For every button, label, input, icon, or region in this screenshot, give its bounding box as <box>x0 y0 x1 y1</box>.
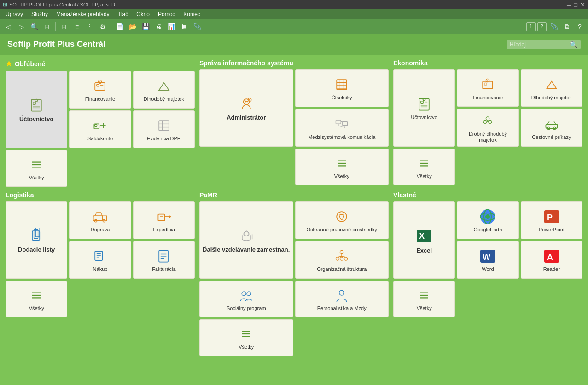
maximize-button[interactable]: □ <box>574 1 577 8</box>
svg-point-94 <box>336 257 339 260</box>
toolbar-btn-list[interactable]: ≡ <box>71 21 82 32</box>
tile-financovanie1[interactable]: € Financovanie <box>69 71 131 109</box>
close-button[interactable]: ✕ <box>580 1 585 8</box>
toolbar-btn-export[interactable]: 📊 <box>166 21 177 32</box>
toolbar-sep-2 <box>111 22 111 31</box>
svg-text:A: A <box>547 253 553 262</box>
menu-sluzby[interactable]: Služby <box>28 10 52 18</box>
tile-powerpoint-label: PowerPoint <box>539 227 565 233</box>
tile-dalvzd[interactable]: Ďalšie vzdelávanie zamestnan. <box>199 201 293 279</box>
svg-point-101 <box>242 292 246 296</box>
reader-icon: A <box>543 248 560 264</box>
toolbar-btn-tree[interactable]: ⋮ <box>84 21 95 32</box>
toolbar-btn-split[interactable]: ⧉ <box>561 21 572 32</box>
tile-socialny[interactable]: Sociálny program <box>199 281 293 317</box>
tile-drobny[interactable]: Drobný dlhodobý majetok <box>457 109 518 147</box>
toolbar-btn-grid[interactable]: ⊞ <box>58 21 70 32</box>
tile-vsetky6[interactable]: Všetky <box>393 281 455 317</box>
toolbar-btn-settings[interactable]: ⚙ <box>97 21 108 32</box>
toolbar-btn-help[interactable]: ? <box>574 21 585 32</box>
toolbar-btn-filter[interactable]: ⊟ <box>41 21 52 32</box>
menu-manazerskeprehľady[interactable]: Manažérske prehľady <box>52 10 113 18</box>
tile-doprava[interactable]: Doprava <box>69 201 131 239</box>
svg-point-59 <box>489 120 492 123</box>
search-icon: 🔍 <box>570 41 577 48</box>
title-bar-left: ⊞ SOFTIP PROFIT plus Centrál / SOFTIP, a… <box>3 1 115 8</box>
section-oblubene-label: Obľúbené <box>15 60 45 68</box>
tile-vsetky3[interactable]: Všetky <box>393 149 455 185</box>
orgstructure-icon <box>333 248 350 264</box>
financing-icon-2: € <box>479 76 496 93</box>
social-icon <box>238 287 255 304</box>
svg-rect-75 <box>158 214 164 221</box>
toolbar-btn-calc[interactable]: 🖩 <box>179 21 190 32</box>
tile-vsetky5[interactable]: Všetky <box>199 319 293 356</box>
svg-marker-11 <box>159 83 169 90</box>
toolbar-btn-clip[interactable]: 📎 <box>192 21 203 32</box>
admin-icon <box>238 96 255 112</box>
tile-nakup[interactable]: Nákup <box>69 241 131 279</box>
menu-upravy[interactable]: Úpravy <box>2 10 27 18</box>
tile-cestovne-label: Cestovné príkazy <box>532 134 571 140</box>
menu-icon-5 <box>238 326 255 342</box>
toolbar-btn-save[interactable]: 💾 <box>140 21 151 32</box>
toolbar-btn-win1[interactable]: 1 <box>526 22 536 31</box>
tile-dlhodoby1[interactable]: Dlhodobý majetok <box>133 71 195 109</box>
section-sprava: Správa informačného systému Administráto… <box>199 59 389 187</box>
tile-fakturacia[interactable]: Fakturácia <box>133 241 195 279</box>
app-icon: ⊞ <box>3 1 7 8</box>
toolbar-btn-search[interactable]: 🔍 <box>29 21 40 32</box>
tile-vsetky2[interactable]: Všetky <box>295 149 389 185</box>
tile-excel[interactable]: X Excel <box>393 201 455 279</box>
tile-vsetky4[interactable]: Všetky <box>6 281 67 317</box>
tile-word[interactable]: W Word <box>457 241 518 279</box>
tile-uctovnictvo2[interactable]: € Účtovníctvo <box>393 69 455 147</box>
tile-personalistika[interactable]: Personalistika a Mzdy <box>295 281 389 317</box>
svg-rect-46 <box>421 101 423 103</box>
tile-medzisystemova[interactable]: Medzisystémová komunikácia <box>295 109 389 147</box>
tile-reader-label: Reader <box>543 266 560 272</box>
tile-evidencia-dph-label: Evidencia DPH <box>147 136 181 142</box>
toolbar-btn-2[interactable]: ▷ <box>16 21 27 32</box>
tile-googleearth[interactable]: GoogleEarth <box>457 201 518 239</box>
search-input[interactable] <box>510 41 570 48</box>
toolbar-btn-new[interactable]: 📄 <box>114 21 125 32</box>
minimize-button[interactable]: ─ <box>567 1 571 8</box>
title-bar-controls[interactable]: ─ □ ✕ <box>567 1 585 8</box>
menu-icon-3 <box>416 155 432 172</box>
tile-powerpoint[interactable]: P PowerPoint <box>521 201 582 239</box>
svg-text:X: X <box>419 231 425 241</box>
toolbar-btn-print[interactable]: 🖨 <box>153 21 164 32</box>
toolbar-btn-open[interactable]: 📂 <box>127 21 138 32</box>
tile-ciselniky[interactable]: Číselníky <box>295 69 389 107</box>
section-vlastne: Vlastné X Excel <box>393 191 582 356</box>
tile-admin-label: Administrátor <box>227 114 266 121</box>
tile-financovanie2[interactable]: € Financovanie <box>457 69 518 107</box>
tile-fakturacia-label: Fakturácia <box>152 266 175 272</box>
tile-organizacna[interactable]: Organizačná štruktúra <box>295 241 389 279</box>
tile-saldokonto[interactable]: Saldokonto <box>69 110 131 148</box>
tile-dodacie[interactable]: Dodacie listy <box>6 201 67 279</box>
tile-admin[interactable]: Administrátor <box>199 69 293 147</box>
search-box[interactable]: 🔍 <box>507 40 581 49</box>
tile-uctovnictvo[interactable]: Účtovníctvo <box>6 71 67 148</box>
app-title: Softip Profit Plus Centrál <box>7 40 105 49</box>
tile-expediacia[interactable]: Expedícia <box>133 201 195 239</box>
toolbar-btn-1[interactable]: ◁ <box>3 21 14 32</box>
menu-okno[interactable]: Okno <box>133 10 153 18</box>
menu-tlac[interactable]: Tlač <box>114 10 132 18</box>
ciselniky-icon <box>333 76 350 93</box>
tile-reader[interactable]: A Reader <box>521 241 582 279</box>
menu-koniec[interactable]: Koniec <box>180 10 204 18</box>
tile-cestovne[interactable]: Cestovné príkazy <box>521 109 582 147</box>
menu-pomoc[interactable]: Pomoc <box>154 10 179 18</box>
toolbar-btn-paperclip2[interactable]: 📎 <box>548 21 559 32</box>
tile-dlhodoby2[interactable]: Dlhodobý majetok <box>521 69 582 107</box>
communication-icon <box>333 116 350 132</box>
tile-ochrannepp[interactable]: Ochranné pracovné prostriedky <box>295 201 389 239</box>
purchase-icon <box>92 248 108 264</box>
tile-vsetky1[interactable]: Všetky <box>6 150 67 187</box>
svg-point-102 <box>247 292 251 296</box>
toolbar-btn-win2[interactable]: 2 <box>537 22 547 31</box>
tile-evidencia-dph[interactable]: Evidencia DPH <box>133 110 195 148</box>
